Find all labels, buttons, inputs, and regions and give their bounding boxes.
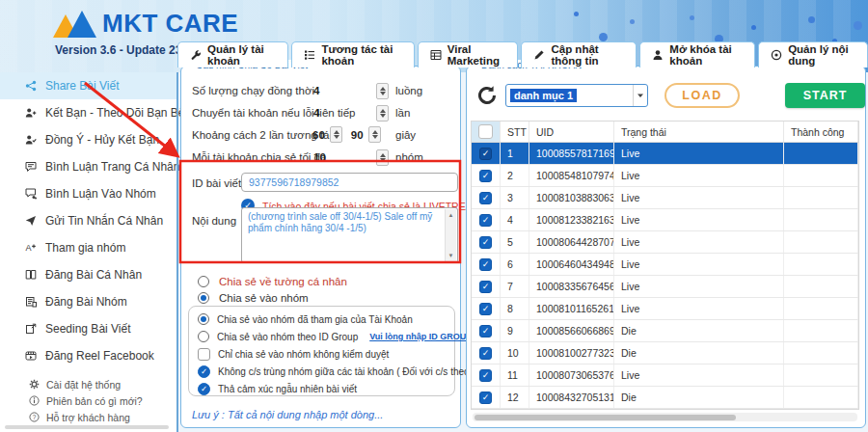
- row-checkbox[interactable]: [479, 347, 492, 360]
- table-body: 1 100085578171691 Live 2 100085481079747…: [472, 143, 858, 409]
- group-share-option[interactable]: Không c/s trùng nhóm giữa các tài khoản …: [189, 363, 454, 380]
- option-control[interactable]: [198, 331, 209, 342]
- table-row[interactable]: 11 100080730653768 Live: [472, 364, 858, 387]
- row-uid: 100081011652612: [529, 298, 614, 319]
- sidebar-item[interactable]: Bình Luận Vào Nhóm: [0, 180, 176, 207]
- group-share-option[interactable]: Thả cảm xúc ngẫu nhiên bài viết: [189, 380, 454, 397]
- option-control[interactable]: [198, 313, 209, 325]
- sidebar-item[interactable]: Đăng Bài Nhóm: [0, 288, 176, 315]
- table-row[interactable]: 12 100084327051311 Die: [472, 387, 858, 409]
- tab[interactable]: Quản lý tài khoản: [177, 41, 288, 68]
- group-share-option[interactable]: Chia sẻ vào nhóm theo ID Group Vui lòng …: [189, 328, 454, 345]
- row-checkbox[interactable]: [479, 214, 492, 227]
- accept-friend-icon: [25, 134, 37, 146]
- table-row[interactable]: 2 100085481079747 Live: [472, 165, 858, 187]
- sidebar-item[interactable]: Share Bài Viết: [0, 72, 176, 99]
- row-success: [784, 276, 858, 297]
- grid-icon: [430, 49, 442, 61]
- group-share-option[interactable]: Chia sẻ vào nhóm đã tham gia của Tài Kho…: [189, 310, 454, 328]
- textarea-scrollbar[interactable]: ▲ ▼: [445, 209, 456, 261]
- table-horizontal-scrollbar[interactable]: [473, 413, 857, 421]
- tab[interactable]: Mở khóa tài khoản: [639, 41, 755, 68]
- start-button[interactable]: START: [785, 83, 865, 108]
- post-id-label: ID bài viết: [192, 177, 241, 189]
- row-success: [784, 387, 858, 408]
- scroll-down-icon[interactable]: ▼: [446, 252, 456, 259]
- option-control[interactable]: [198, 348, 210, 361]
- table-row[interactable]: 7 100083356764564 Live: [472, 276, 858, 298]
- share-mode-option[interactable]: Chia sẻ về tường cá nhân: [181, 273, 460, 289]
- row-checkbox[interactable]: [479, 258, 492, 271]
- number-input[interactable]: 4: [313, 104, 389, 122]
- row-checkbox[interactable]: [479, 303, 492, 315]
- row-checkbox[interactable]: [479, 192, 492, 204]
- table-row[interactable]: 1 100085578171691 Live: [472, 143, 858, 165]
- spinner-control[interactable]: [330, 126, 342, 143]
- sidebar-item[interactable]: Gửi Tin Nhắn Cá Nhân: [0, 207, 176, 234]
- sidebar-item[interactable]: Đồng Ý - Hủy Kết Bạn: [0, 126, 176, 153]
- sidebar-scrollbar[interactable]: [5, 425, 169, 429]
- post-group-icon: [25, 296, 37, 308]
- row-status: Live: [614, 231, 784, 253]
- sidebar-footer-item[interactable]: ? Hỗ trợ khách hàng: [0, 409, 176, 425]
- config-row: Chuyển tài khoản nếu lỗi liên tiếp 4 lần: [181, 102, 460, 124]
- sidebar-item[interactable]: Đăng Reel Facebook: [0, 342, 176, 369]
- scroll-up-icon[interactable]: ▲: [446, 211, 456, 219]
- share-mode-option[interactable]: Chia sẻ vào nhóm: [181, 289, 460, 306]
- category-select[interactable]: danh mục 1: [505, 84, 648, 107]
- category-selected-value: danh mục 1: [510, 89, 577, 102]
- number-input[interactable]: 60: [312, 126, 342, 143]
- number-input[interactable]: 10: [313, 148, 389, 166]
- content-row: Nội dung (chương trình sale off 30/4-1/5…: [181, 207, 460, 267]
- tab[interactable]: Tương tác tài khoản: [291, 41, 414, 68]
- sidebar-item[interactable]: Kết Bạn - Theo Dõi Bạn Bè: [0, 99, 176, 126]
- reel-icon: [25, 350, 37, 362]
- row-checkbox[interactable]: [479, 148, 492, 160]
- content-textarea[interactable]: (chương trình sale off 30/4-1/5) Sale of…: [241, 207, 458, 263]
- table-row[interactable]: 5 100080644287072 Live: [472, 231, 858, 254]
- row-checkbox[interactable]: [479, 236, 492, 249]
- sidebar-footer-label: Hỗ trợ khách hàng: [46, 412, 130, 423]
- option-control[interactable]: [198, 365, 210, 378]
- table-row[interactable]: 3 100081038830638 Live: [472, 187, 858, 209]
- chevron-down-icon[interactable]: [633, 85, 647, 106]
- table-row[interactable]: 6 100064604349482 Live: [472, 254, 858, 276]
- tab[interactable]: Cập nhật thông tin: [521, 41, 637, 68]
- tab[interactable]: Quản lý nội dung: [758, 41, 868, 68]
- load-button[interactable]: LOAD: [665, 83, 740, 108]
- number-input[interactable]: 4: [313, 82, 389, 99]
- sidebar-item[interactable]: Bình Luận Trang Cá Nhân: [0, 153, 176, 180]
- group-share-option[interactable]: Chỉ chia sẻ vào nhóm không kiểm duyệt: [189, 345, 454, 363]
- row-checkbox[interactable]: [479, 281, 492, 293]
- sidebar-item[interactable]: Seeding Bài Viết: [0, 315, 176, 342]
- table-row[interactable]: 10 100081002773234 Die: [472, 342, 858, 364]
- spinner-control[interactable]: [376, 83, 389, 99]
- row-checkbox[interactable]: [479, 369, 492, 382]
- radio-control[interactable]: [198, 276, 209, 287]
- table-row[interactable]: 8 100081011652612 Live: [472, 298, 858, 320]
- option-control[interactable]: [198, 383, 210, 395]
- radio-control[interactable]: [198, 292, 209, 304]
- spinner-control[interactable]: [376, 105, 389, 122]
- sidebar-footer-item[interactable]: Phiên bản có gì mới?: [0, 392, 176, 409]
- sidebar-footer-item[interactable]: Cài đặt hệ thống: [0, 376, 176, 392]
- row-success: [784, 165, 858, 186]
- row-checkbox[interactable]: [479, 392, 492, 404]
- scrollbar-thumb[interactable]: [475, 415, 736, 420]
- table-row[interactable]: 4 100081233821636 Live: [472, 209, 858, 231]
- row-uid: 100085660668693: [529, 320, 614, 341]
- sidebar-item[interactable]: Đăng Bài Cá Nhân: [0, 261, 176, 288]
- refresh-icon[interactable]: [475, 84, 499, 107]
- select-all-checkbox[interactable]: [478, 124, 493, 139]
- row-checkbox[interactable]: [479, 170, 492, 182]
- table-row[interactable]: 9 100085660668693 Die: [472, 320, 858, 342]
- sidebar-item[interactable]: A Tham gia nhóm: [0, 234, 176, 261]
- unit-label: luồng: [395, 85, 422, 96]
- tab[interactable]: Viral Marketing: [418, 41, 519, 68]
- number-input[interactable]: 90: [351, 126, 381, 143]
- spinner-control[interactable]: [368, 126, 381, 143]
- config-settings: Số lượng chạy đồng thời 4 luồng Chuyển t…: [181, 80, 460, 169]
- post-id-input[interactable]: 9377596718979852: [241, 173, 458, 192]
- row-checkbox[interactable]: [479, 325, 492, 338]
- spinner-control[interactable]: [376, 149, 389, 166]
